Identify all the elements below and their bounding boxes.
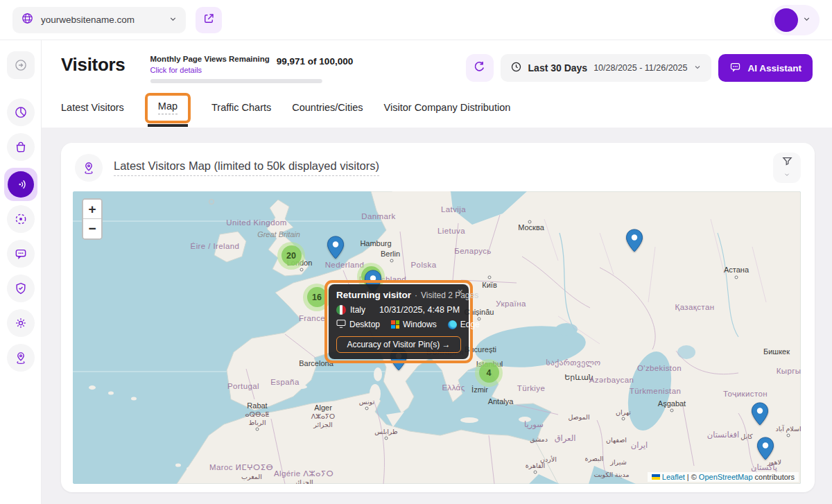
cluster-marker-20[interactable]: 20 — [277, 242, 305, 270]
sidebar-item-sessions[interactable] — [7, 205, 35, 233]
user-menu[interactable] — [771, 5, 820, 35]
globe-icon — [21, 12, 34, 28]
shield-icon — [14, 281, 28, 295]
map-city-dot — [787, 433, 790, 437]
tab-visitor-company-distribution[interactable]: Visitor Company Distribution — [384, 102, 511, 123]
arrow-right-circle-icon — [14, 58, 28, 72]
pin-icon — [14, 351, 28, 365]
italy-flag-icon — [336, 305, 346, 315]
openstreetmap-link[interactable]: OpenStreetMap — [699, 473, 753, 481]
chat-icon — [14, 247, 28, 261]
pie-icon — [14, 105, 28, 119]
zoom-in-button[interactable]: + — [83, 200, 101, 219]
map-city-dot — [488, 275, 492, 279]
popup-device: Desktop — [349, 320, 380, 329]
pageviews-label: Monthly Page Views Remaining — [150, 54, 270, 64]
tabs: Latest Visitors Map Traffic Charts Count… — [61, 97, 813, 128]
tab-countries-cities[interactable]: Countries/Cities — [292, 102, 363, 123]
leaflet-link[interactable]: Leaflet — [662, 473, 685, 481]
topbar: yourwebsitename.com — [0, 0, 832, 40]
chat-icon — [729, 61, 741, 75]
popup-os: Windows — [403, 320, 437, 329]
pageviews-block: Monthly Page Views Remaining Click for d… — [150, 54, 322, 83]
edge-icon — [448, 320, 457, 329]
content: Latest Visitors Map (limited to 50k disp… — [42, 128, 832, 492]
zoom-out-button[interactable]: − — [83, 219, 101, 238]
popup-title: Returning visitor — [336, 290, 411, 300]
popup-datetime: 10/31/2025, 4:48 PM — [379, 305, 460, 315]
annotation-map-tab: Map — [145, 93, 191, 123]
map-card: Latest Visitors Map (limited to 50k disp… — [61, 143, 815, 492]
leaflet-map[interactable]: United KingdomGreat BritainÉire / Irelan… — [73, 191, 801, 484]
map-city-dot — [622, 417, 625, 420]
visitor-popup: × Returning visitor · Visited 2 Pages It… — [329, 284, 469, 359]
map-city-dot — [390, 259, 394, 262]
chevron-down-icon — [783, 170, 790, 180]
website-name: yourwebsitename.com — [41, 15, 162, 25]
map-city-dot — [534, 470, 537, 473]
map-zoom-control: + − — [82, 198, 103, 240]
date-range-dates: 10/28/2025 - 11/26/2025 — [593, 63, 687, 73]
map-city-dot — [300, 268, 304, 271]
visitor-pin-marker[interactable] — [756, 437, 774, 463]
map-city-dot — [365, 406, 369, 410]
tab-traffic-charts[interactable]: Traffic Charts — [211, 102, 271, 123]
page-header: Visitors Monthly Page Views Remaining Cl… — [42, 40, 832, 128]
pageviews-details-link[interactable]: Click for details — [150, 66, 270, 74]
chevron-down-icon — [802, 14, 811, 26]
annotation-popup: × Returning visitor · Visited 2 Pages It… — [324, 280, 473, 363]
open-website-button[interactable] — [196, 7, 222, 33]
cluster-marker-4[interactable]: 4 — [475, 359, 503, 387]
map-filter-button[interactable] — [773, 153, 801, 183]
windows-icon — [391, 320, 399, 329]
map-city-dot — [735, 275, 738, 279]
sidebar — [0, 40, 42, 504]
visitor-pin-marker[interactable] — [625, 229, 643, 255]
map-attribution: Leaflet | © OpenStreetMap contributors — [648, 472, 799, 482]
app: yourwebsitename.com Visitors — [0, 0, 832, 504]
main: Visitors Monthly Page Views Remaining Cl… — [42, 40, 832, 504]
date-range-label: Last 30 Days — [528, 62, 588, 73]
pageviews-value: 99,971 of 100,000 — [277, 56, 353, 67]
tab-latest-visitors[interactable]: Latest Visitors — [61, 102, 124, 123]
refresh-button[interactable] — [466, 54, 494, 82]
tab-map[interactable]: Map — [158, 101, 177, 114]
attribution-separator: | © — [687, 473, 697, 481]
map-city-dot — [670, 408, 674, 412]
map-pin-icon — [75, 154, 103, 182]
date-range-selector[interactable]: Last 30 Days 10/28/2025 - 11/26/2025 — [501, 54, 712, 82]
chevron-down-icon — [168, 14, 177, 26]
ukraine-flag-icon — [652, 474, 660, 480]
accuracy-of-visitor-pins-button[interactable]: Accuracy of Visitor Pin(s) → — [336, 336, 461, 353]
map-city-dot — [528, 220, 532, 223]
sidebar-item-settings[interactable] — [7, 309, 35, 337]
visitor-pin-marker[interactable] — [751, 402, 769, 428]
sidebar-item-visitors[interactable] — [4, 168, 37, 201]
chevron-down-icon — [693, 62, 702, 74]
sidebar-item-collapse[interactable] — [7, 51, 35, 79]
popup-separator: · — [415, 290, 417, 300]
desktop-icon — [336, 320, 346, 330]
map-card-title: Latest Visitors Map (limited to 50k disp… — [114, 159, 379, 176]
website-selector[interactable]: yourwebsitename.com — [12, 7, 186, 33]
popup-browser: Edge — [460, 320, 480, 329]
map-city-dot — [385, 436, 388, 440]
sidebar-item-locations[interactable] — [7, 344, 35, 372]
popup-close-icon[interactable]: × — [458, 287, 463, 297]
refresh-icon — [473, 60, 486, 76]
target-icon — [14, 212, 28, 226]
attribution-suffix: contributors — [755, 473, 795, 481]
page-title: Visitors — [61, 54, 125, 76]
radar-icon — [14, 177, 28, 191]
bag-icon — [14, 140, 28, 154]
ai-assistant-label: AI Assistant — [747, 63, 801, 73]
visitor-pin-marker[interactable] — [327, 236, 345, 262]
sidebar-item-feedback[interactable] — [7, 240, 35, 268]
sidebar-item-privacy[interactable] — [7, 275, 35, 302]
sidebar-item-dashboard[interactable] — [7, 98, 35, 126]
filter-icon — [781, 155, 793, 169]
ai-assistant-button[interactable]: AI Assistant — [718, 54, 813, 82]
map-city-dot — [256, 427, 259, 431]
sidebar-item-ecommerce[interactable] — [7, 133, 35, 161]
gear-icon — [14, 316, 28, 330]
